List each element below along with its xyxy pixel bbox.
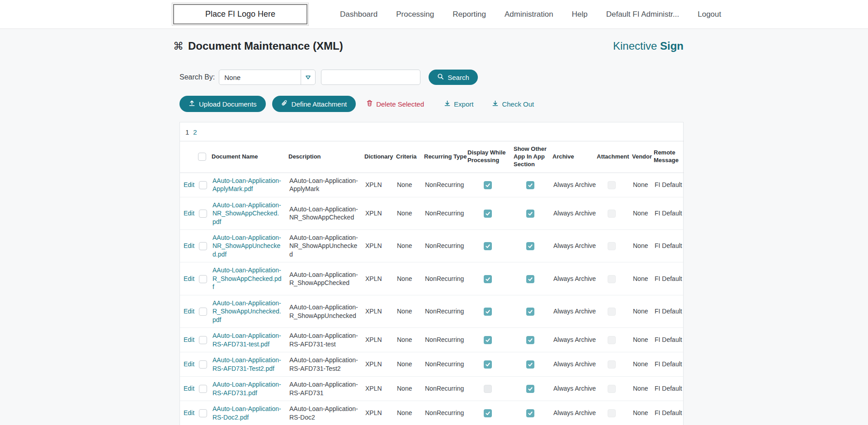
- display-while-processing-checkbox[interactable]: [484, 275, 492, 283]
- show-other-app-checkbox[interactable]: [526, 360, 534, 369]
- document-name-link[interactable]: AAuto-Loan-Application-NR_ShowAppChecked…: [212, 201, 281, 225]
- edit-link[interactable]: Edit: [184, 308, 194, 315]
- edit-link[interactable]: Edit: [184, 275, 194, 282]
- col-select: [195, 141, 209, 173]
- document-name-link[interactable]: AAuto-Loan-Application-RS-Doc2.pdf: [212, 405, 281, 420]
- show-other-app-checkbox[interactable]: [526, 385, 534, 393]
- remote-message-cell: FI Default: [651, 295, 684, 327]
- attachment-checkbox: [608, 308, 616, 316]
- nav-reporting[interactable]: Reporting: [453, 10, 486, 19]
- document-name-link[interactable]: AAuto-Loan-Application-R_ShowAppUnchecke…: [212, 299, 281, 323]
- download-icon: [492, 100, 499, 108]
- col-display-while-processing: Display While Processing: [465, 141, 511, 173]
- row-select-checkbox[interactable]: [199, 242, 207, 250]
- row-select-checkbox[interactable]: [199, 308, 207, 316]
- table-row: EditAAuto-Loan-Application-R_ShowAppUnch…: [180, 295, 684, 327]
- dictionary-cell: XPLN: [362, 401, 393, 425]
- dictionary-cell: XPLN: [362, 262, 393, 295]
- attachment-checkbox: [608, 336, 616, 344]
- display-while-processing-checkbox[interactable]: [484, 360, 492, 369]
- edit-link[interactable]: Edit: [184, 336, 194, 343]
- dictionary-cell: XPLN: [362, 230, 393, 262]
- row-select-checkbox[interactable]: [199, 409, 207, 417]
- vendor-cell: None: [629, 328, 651, 352]
- export-button[interactable]: Export: [444, 100, 473, 108]
- display-while-processing-checkbox[interactable]: [484, 242, 492, 250]
- row-select-checkbox[interactable]: [199, 275, 207, 283]
- document-name-link[interactable]: AAuto-Loan-Application-RS-AFD731-Test2.p…: [212, 356, 281, 372]
- archive-cell: Always Archive: [550, 352, 594, 377]
- edit-link[interactable]: Edit: [184, 210, 194, 217]
- description-cell: AAuto-Loan-Application-RS-AFD731-test: [286, 328, 362, 352]
- documents-card: 1 2 Document Name Description Dictionary…: [179, 122, 684, 425]
- row-select-checkbox[interactable]: [199, 210, 207, 218]
- display-while-processing-checkbox[interactable]: [484, 210, 492, 218]
- document-name-link[interactable]: AAuto-Loan-Application-ApplyMark.pdf: [212, 177, 281, 192]
- document-name-link[interactable]: AAuto-Loan-Application-NR_ShowAppUncheck…: [212, 234, 281, 258]
- table-body: EditAAuto-Loan-Application-ApplyMark.pdf…: [180, 173, 684, 425]
- archive-cell: Always Archive: [550, 295, 594, 327]
- table-row: EditAAuto-Loan-Application-RS-AFD731-tes…: [180, 328, 684, 352]
- document-name-link[interactable]: AAuto-Loan-Application-RS-AFD731-test.pd…: [212, 332, 281, 347]
- row-select-checkbox[interactable]: [199, 360, 207, 369]
- define-attachment-button[interactable]: Define Attachment: [272, 96, 356, 112]
- display-while-processing-checkbox[interactable]: [484, 385, 492, 393]
- recurring-type-cell: NonRecurring: [421, 173, 465, 197]
- nav-logout[interactable]: Logout: [698, 10, 721, 19]
- export-label: Export: [454, 100, 473, 108]
- edit-link[interactable]: Edit: [184, 409, 194, 416]
- edit-link[interactable]: Edit: [184, 242, 194, 249]
- description-cell: AAuto-Loan-Application-R_ShowAppChecked: [286, 262, 362, 295]
- archive-cell: Always Archive: [550, 197, 594, 229]
- display-while-processing-checkbox[interactable]: [484, 409, 492, 417]
- col-document-name: Document Name: [209, 141, 286, 173]
- attachment-checkbox: [608, 242, 616, 250]
- nav-dashboard[interactable]: Dashboard: [340, 10, 377, 19]
- display-while-processing-checkbox[interactable]: [484, 181, 492, 189]
- edit-link[interactable]: Edit: [184, 181, 194, 188]
- show-other-app-checkbox[interactable]: [526, 336, 534, 344]
- col-attachment: Attachment: [594, 141, 629, 173]
- nav-help[interactable]: Help: [572, 10, 588, 19]
- show-other-app-checkbox[interactable]: [526, 409, 534, 417]
- table-header-row: Document Name Description Dictionary Cri…: [180, 141, 684, 173]
- nav-administration[interactable]: Administration: [505, 10, 553, 19]
- row-select-checkbox[interactable]: [199, 385, 207, 393]
- criteria-cell: None: [393, 262, 421, 295]
- show-other-app-checkbox[interactable]: [526, 308, 534, 316]
- check-out-label: Check Out: [502, 100, 534, 108]
- row-select-checkbox[interactable]: [199, 181, 207, 189]
- vendor-cell: None: [629, 377, 651, 401]
- pagination-page-2[interactable]: 2: [193, 128, 197, 136]
- show-other-app-checkbox[interactable]: [526, 242, 534, 250]
- show-other-app-checkbox[interactable]: [526, 181, 534, 189]
- archive-cell: Always Archive: [550, 230, 594, 262]
- edit-link[interactable]: Edit: [184, 385, 194, 392]
- document-name-link[interactable]: AAuto-Loan-Application-R_ShowAppChecked.…: [212, 266, 282, 290]
- search-button[interactable]: Search: [429, 70, 478, 85]
- upload-documents-button[interactable]: Upload Documents: [179, 96, 266, 112]
- check-out-button[interactable]: Check Out: [492, 100, 534, 108]
- command-icon: ⌘: [173, 40, 184, 52]
- description-cell: AAuto-Loan-Application-NR_ShowAppChecked: [286, 197, 362, 229]
- display-while-processing-checkbox[interactable]: [484, 308, 492, 316]
- nav-processing[interactable]: Processing: [396, 10, 434, 19]
- select-all-checkbox[interactable]: [198, 153, 206, 161]
- col-description: Description: [286, 141, 362, 173]
- search-by-dropdown[interactable]: None: [219, 70, 316, 85]
- document-name-link[interactable]: AAuto-Loan-Application-RS-AFD731.pdf: [212, 381, 281, 396]
- archive-cell: Always Archive: [550, 328, 594, 352]
- description-cell: AAuto-Loan-Application-RS-Doc2: [286, 401, 362, 425]
- pagination-page-1[interactable]: 1: [185, 128, 189, 136]
- chevron-down-icon[interactable]: [301, 70, 315, 84]
- row-select-checkbox[interactable]: [199, 336, 207, 344]
- attachment-checkbox: [608, 210, 616, 218]
- logo-text: Place FI Logo Here: [205, 9, 275, 19]
- show-other-app-checkbox[interactable]: [526, 210, 534, 218]
- display-while-processing-checkbox[interactable]: [484, 336, 492, 344]
- edit-link[interactable]: Edit: [184, 360, 194, 368]
- delete-selected-button[interactable]: Delete Selected: [366, 100, 424, 108]
- show-other-app-checkbox[interactable]: [526, 275, 534, 283]
- nav-user-menu[interactable]: Default FI Administr...: [606, 10, 679, 19]
- search-input[interactable]: [321, 70, 420, 85]
